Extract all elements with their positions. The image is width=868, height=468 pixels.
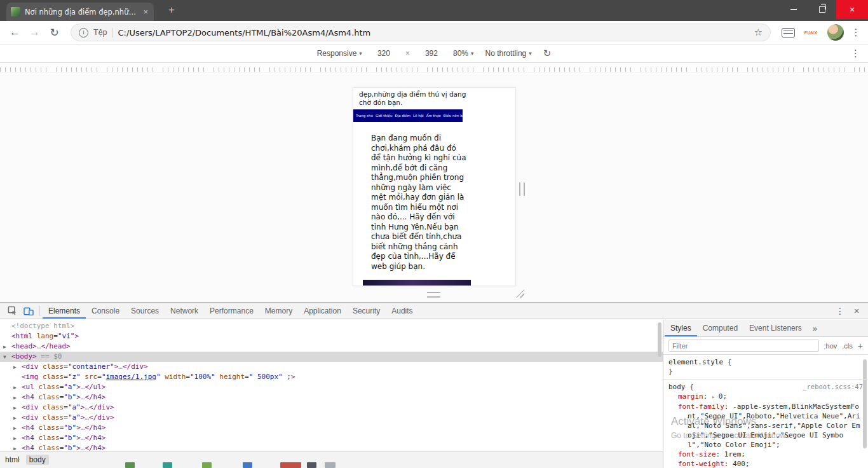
tab-sources[interactable]: Sources [125,303,165,319]
css-property[interactable]: font-size: 1rem; [668,450,863,459]
tab-performance[interactable]: Performance [204,303,259,319]
viewport-resize-handle-right[interactable] [519,182,525,196]
tab-security[interactable]: Security [347,303,386,319]
nav-link[interactable]: Địa điểm [395,114,410,118]
divider [112,28,113,38]
reload-button[interactable]: ↻ [46,26,63,39]
tab-close-icon[interactable]: × [142,7,149,17]
tab-computed[interactable]: Computed [697,320,743,336]
dom-node-line[interactable]: ▶<h4 class="b">…</h4> [0,423,663,433]
device-toolbar-toggle-icon[interactable] [20,303,37,319]
dom-node-line[interactable]: ▼<body> == $0 [0,352,663,362]
elements-scrollbar[interactable] [656,320,663,451]
dom-node-line[interactable]: <!doctype html> [0,321,663,331]
stylesheet-link[interactable]: _reboot.scss:47 [803,382,863,392]
expander-closed-icon[interactable]: ▶ [13,362,22,373]
nav-link[interactable]: Trang chủ [356,114,373,118]
taskbar-app-icon[interactable] [202,462,212,468]
page-info-icon[interactable]: i [79,28,88,38]
css-property[interactable]: font-weight: 400; [668,459,863,468]
funix-extension-icon[interactable]: FUNX [804,27,818,38]
tab-styles[interactable]: Styles [665,320,697,336]
bookmark-star-icon[interactable]: ☆ [754,27,763,38]
dom-node-line[interactable]: <html lang="vi"> [0,331,663,341]
expander-closed-icon[interactable]: ▶ [13,423,22,434]
expand-value-icon[interactable]: ▸ [712,394,719,400]
dom-node-line[interactable]: ▶<h4 class="b">…</h4> [0,392,663,403]
expander-closed-icon[interactable]: ▶ [3,342,11,352]
page-viewport: đẹp,những địa điểm thú vị đang chờ đón b… [353,87,516,286]
profile-avatar[interactable] [827,24,844,41]
viewport-resize-handle-bottom[interactable] [427,292,440,298]
element-classes-button[interactable]: .cls [842,342,853,350]
nav-link[interactable]: Điều nên biết [444,114,463,118]
rotate-viewport-icon[interactable]: ↻ [543,48,552,59]
css-property[interactable]: margin: ▸ 0; [668,392,863,402]
tab-elements[interactable]: Elements [43,303,86,319]
toggle-element-state-button[interactable]: :hov [824,342,837,350]
tab-title: Nơi những địa điểm đẹp,những địa điểm th… [25,8,137,17]
dom-node-line[interactable]: ▶<head>…</head> [0,341,663,352]
element-style-selector[interactable]: element.style [668,358,723,366]
tab-audits[interactable]: Audits [386,303,418,319]
device-type-select[interactable]: Responsive ▾ [317,49,362,58]
throttling-select[interactable]: No throttling ▾ [485,49,532,58]
taskbar-app-icon[interactable] [307,462,316,468]
tab-application[interactable]: Application [298,303,347,319]
taskbar-app-icon[interactable] [163,462,172,468]
device-toolbar-menu-icon[interactable]: ⋮ [851,48,860,59]
taskbar-app-icon[interactable] [280,462,301,468]
expander-open-icon[interactable]: ▼ [3,352,11,362]
zoom-select[interactable]: 80% ▾ [453,49,474,58]
nav-link[interactable]: Giới thiệu [376,114,392,118]
taskbar-app-icon[interactable] [125,462,135,468]
taskbar-app-icon[interactable] [243,462,252,468]
browser-menu-icon[interactable]: ⋮ [850,27,862,38]
dom-node-line[interactable]: ▶<ul class="a">…</ul> [0,382,663,392]
dom-node-line[interactable]: ▶<div class="a">…</div> [0,403,663,413]
css-selector[interactable]: body [668,383,686,391]
back-button[interactable]: ← [6,26,24,39]
url-text[interactable]: C:/Users/LAPTOP2/Documents/HTML/Bài%20As… [118,28,749,38]
dom-node-line[interactable]: ▶<div class="container">…</div> [0,362,663,372]
tab-memory[interactable]: Memory [259,303,298,319]
inspect-element-icon[interactable] [4,303,20,319]
devtools-menu-icon[interactable]: ⋮ [832,306,848,316]
minimize-button[interactable] [779,0,808,19]
taskbar-app-icon[interactable] [325,462,336,468]
dom-node-line[interactable]: <img class="z" src="images/1.jpg" width=… [0,372,663,382]
styles-filter-input[interactable] [668,340,819,352]
nav-link[interactable]: Lễ hội [413,114,424,118]
expander-closed-icon[interactable]: ▶ [13,393,22,403]
expander-closed-icon[interactable]: ▶ [13,434,22,444]
expander-closed-icon[interactable]: ▶ [13,413,22,423]
forward-button[interactable]: → [26,26,43,39]
expander-closed-icon[interactable]: ▶ [13,383,22,393]
expander-closed-icon[interactable]: ▶ [13,403,22,413]
browser-tab[interactable]: Nơi những địa điểm đẹp,những địa điểm th… [6,3,154,21]
nav-link[interactable]: Ẩm thực [426,114,441,118]
page-nav: Trang chủ Giới thiệu Địa điểm Lễ hội Ẩm … [353,109,463,122]
close-window-button[interactable]: × [836,0,868,19]
dom-node-line[interactable]: ▶<div class="a">…</div> [0,413,663,423]
element-style-block[interactable]: element.style { } [668,357,863,376]
tab-console[interactable]: Console [86,303,125,319]
page-paragraph: Bạn đang muốn đi chơi,khám phá đâu đó để… [371,134,466,272]
new-style-rule-button[interactable]: + [858,341,863,351]
viewport-resize-handle-corner[interactable] [516,289,524,298]
viewport-height-input[interactable]: 392 [421,48,442,59]
new-tab-button[interactable]: + [164,4,179,17]
elements-panel: <!doctype html><html lang="vi">▶<head>…<… [0,320,663,468]
breadcrumb-html[interactable]: html [5,455,20,464]
devtools-close-icon[interactable]: × [849,306,864,316]
restore-button[interactable] [808,0,836,19]
tab-event-listeners[interactable]: Event Listeners [743,320,808,336]
extension-icon[interactable] [782,28,795,38]
css-property[interactable]: font-family: -apple-system,BlinkMacSyste… [668,402,863,450]
breadcrumb-body[interactable]: body [26,455,49,465]
address-bar[interactable]: i Tệp C:/Users/LAPTOP2/Documents/HTML/Bà… [71,24,771,41]
viewport-width-input[interactable]: 320 [374,48,394,59]
tab-network[interactable]: Network [165,303,204,319]
dom-node-line[interactable]: ▶<h4 class="b">…</h4> [0,433,663,443]
overflow-menu-icon[interactable]: » [809,324,821,333]
